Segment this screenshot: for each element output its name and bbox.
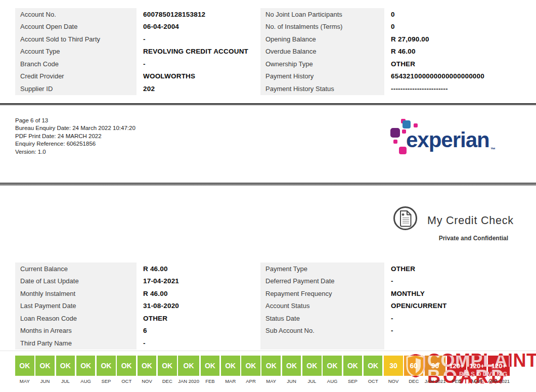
payment-status-box: OK bbox=[56, 356, 75, 376]
field-label: Last Payment Date bbox=[15, 302, 137, 310]
timeline-month-label: AUG bbox=[323, 378, 342, 384]
timeline-month-label: MAR bbox=[221, 378, 240, 384]
payment-status-box: OK bbox=[343, 356, 363, 376]
field-value: 06-04-2004 bbox=[137, 23, 253, 30]
field-label: Payment History Status bbox=[260, 85, 384, 93]
enquiry-reference: Enquiry Reference: 606251856 bbox=[15, 140, 136, 148]
payment-status-box: OK bbox=[201, 356, 220, 376]
timeline-cell: OKAUG bbox=[323, 356, 342, 384]
field-label: Months in Arrears bbox=[15, 327, 137, 334]
payment-status-box: OK bbox=[178, 356, 199, 376]
document-icon bbox=[398, 210, 413, 227]
payment-status-box: 60 bbox=[404, 356, 423, 376]
table-row: Sub Account No.- bbox=[260, 325, 528, 337]
field-value: 6007850128153812 bbox=[137, 11, 253, 18]
table-row: Credit ProviderWOOLWORTHS bbox=[15, 70, 253, 83]
section-divider bbox=[0, 183, 536, 186]
timeline-cell: OKJUL bbox=[302, 356, 322, 384]
field-label: Account Open Date bbox=[15, 23, 137, 30]
table-row: Account StatusOPEN/CURRENT bbox=[260, 300, 528, 313]
field-value: REVOLVING CREDIT ACCOUNT bbox=[137, 48, 253, 55]
timeline-month-label: MAY bbox=[261, 378, 281, 384]
field-value: 17-04-2021 bbox=[137, 277, 253, 285]
field-value: - bbox=[137, 60, 253, 68]
field-label: Sub Account No. bbox=[260, 327, 384, 334]
field-label: Third Party Name bbox=[15, 339, 137, 347]
table-row: Branch Code- bbox=[15, 58, 253, 70]
timeline-month-label: NOV bbox=[138, 378, 157, 384]
table-row: Status Date- bbox=[260, 312, 528, 325]
field-label: Monthly Instalment bbox=[15, 290, 137, 297]
payment-status-box: OK bbox=[97, 356, 116, 376]
page-info-block: Page 6 of 13 Bureau Enquiry Date: 24 Mar… bbox=[15, 117, 136, 156]
timeline-month-label: OCT bbox=[117, 378, 136, 384]
timeline-cell: 120+MAR bbox=[467, 356, 486, 384]
field-label: Repayment Frequency bbox=[260, 290, 384, 297]
timeline-month-label: JUL bbox=[302, 378, 322, 384]
field-label: Opening Balance bbox=[260, 35, 384, 43]
version: Version: 1.0 bbox=[15, 148, 136, 156]
field-value: R 46.00 bbox=[137, 265, 253, 273]
timeline-cell: OKJUL bbox=[56, 356, 75, 384]
field-label: Status Date bbox=[260, 315, 384, 322]
field-value: - bbox=[384, 277, 528, 285]
table-row: Months in Arrears6 bbox=[15, 325, 253, 337]
timeline-month-label: MAY bbox=[15, 378, 34, 384]
table-row: No Joint Loan Participants0 bbox=[260, 8, 528, 21]
table-row: Loan Reason CodeOTHER bbox=[15, 312, 253, 325]
current-balance-table: Current BalanceR 46.00Date of Last Updat… bbox=[15, 263, 253, 350]
table-row: Account TypeREVOLVING CREDIT ACCOUNT bbox=[15, 46, 253, 58]
table-row: Account No.6007850128153812 bbox=[15, 8, 253, 21]
my-credit-check-title: My Credit Check bbox=[427, 214, 514, 227]
field-label: Credit Provider bbox=[15, 72, 137, 80]
payment-status-box: OK bbox=[15, 356, 34, 376]
pdf-print-date: PDF Print Date: 24 MARCH 2022 bbox=[15, 133, 136, 140]
field-value: 31-08-2020 bbox=[137, 302, 253, 310]
timeline-month-label: JAN 2021 bbox=[425, 378, 446, 384]
timeline-cell: OKJUN bbox=[282, 356, 301, 384]
timeline-month-label: DEC bbox=[404, 378, 423, 384]
trademark-symbol: ™ bbox=[490, 147, 496, 152]
scan-artifact-line bbox=[0, 351, 536, 351]
page-divider bbox=[0, 103, 536, 106]
field-label: Current Balance bbox=[15, 265, 137, 273]
timeline-cell: OKMAY bbox=[261, 356, 281, 384]
table-row: Repayment FrequencyMONTHLY bbox=[260, 287, 528, 300]
account-details-table: Account No.6007850128153812Account Open … bbox=[15, 8, 253, 95]
payment-history-timeline: OKMAYOKJUNOKJULOKAUGOKSEPOKOCTOKNOVOKDEC… bbox=[15, 356, 510, 384]
table-row: Opening BalanceR 27,090.00 bbox=[260, 33, 528, 46]
timeline-month-label: NOV bbox=[384, 378, 403, 384]
timeline-cell: OKJAN 2020 bbox=[178, 356, 199, 384]
payment-status-box: OK bbox=[261, 356, 281, 376]
logo-square bbox=[393, 140, 397, 144]
table-row: Third Party Name- bbox=[15, 337, 253, 350]
table-row: Payment TypeOTHER bbox=[260, 263, 528, 275]
field-label: Supplier ID bbox=[15, 85, 137, 93]
timeline-month-label: DEC bbox=[158, 378, 177, 384]
payment-status-box: OK bbox=[138, 356, 157, 376]
field-value: ------------------------ bbox=[384, 85, 528, 93]
field-value: 0 bbox=[384, 11, 528, 18]
timeline-month-label: APR 2021 bbox=[488, 378, 510, 384]
payment-status-box: 30 bbox=[384, 356, 403, 376]
payment-status-box: OK bbox=[282, 356, 301, 376]
table-row: Deferred Payment Date- bbox=[260, 275, 528, 288]
table-row: Account Sold to Third Party- bbox=[15, 33, 253, 46]
timeline-cell: OKOCT bbox=[364, 356, 383, 384]
timeline-month-label: APR bbox=[241, 378, 260, 384]
field-label: Overdue Balance bbox=[260, 48, 384, 55]
timeline-cell: OKAPR bbox=[241, 356, 260, 384]
table-row: Overdue BalanceR 46.00 bbox=[260, 46, 528, 58]
table-row: Supplier ID202 bbox=[15, 82, 253, 95]
field-value: R 46.00 bbox=[384, 48, 528, 55]
timeline-month-label: AUG bbox=[76, 378, 96, 384]
balance-details-table: No Joint Loan Participants0No. of Instal… bbox=[260, 8, 528, 95]
table-row: Payment History Status------------------… bbox=[260, 82, 528, 95]
timeline-cell: 60DEC bbox=[404, 356, 423, 384]
payment-status-box: OK bbox=[221, 356, 240, 376]
logo-square bbox=[399, 147, 407, 154]
timeline-cell: OKSEP bbox=[343, 356, 363, 384]
field-label: Account Type bbox=[15, 48, 137, 55]
field-label: Date of Last Update bbox=[15, 277, 137, 285]
field-label: Payment Type bbox=[260, 265, 384, 273]
